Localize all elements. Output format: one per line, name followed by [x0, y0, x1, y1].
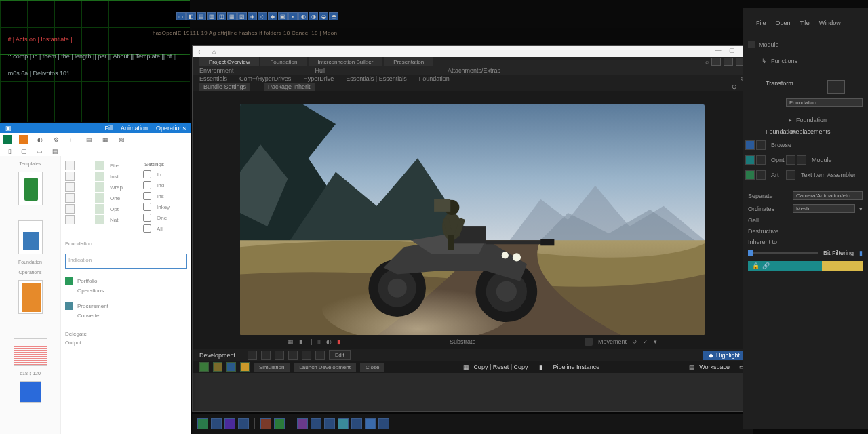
sub2-item[interactable]: Essentials | Essentials: [346, 75, 406, 82]
field-icon[interactable]: [65, 172, 75, 181]
field-icon[interactable]: [95, 215, 104, 224]
tab-presentation[interactable]: Presentation: [384, 57, 433, 66]
tool-icon[interactable]: [248, 351, 257, 360]
sub-icon[interactable]: ▢: [21, 148, 27, 155]
simulation-button[interactable]: Simulation: [254, 363, 290, 372]
vp-save-icon[interactable]: [585, 338, 593, 346]
checkbox[interactable]: [143, 170, 151, 178]
vp-icon[interactable]: ▦: [288, 338, 294, 345]
template-pattern[interactable]: [14, 338, 47, 366]
vp-refresh-icon[interactable]: ↺: [632, 338, 637, 345]
taskbar-icon[interactable]: [365, 418, 376, 429]
field-icon[interactable]: [95, 182, 104, 192]
toolbar-icon[interactable]: ◒: [319, 12, 328, 20]
link-icon[interactable]: 🔗: [762, 262, 770, 269]
tool-icon[interactable]: [302, 351, 311, 360]
toolbar-icon[interactable]: ▦: [227, 12, 237, 20]
insp-item[interactable]: Module: [743, 39, 868, 50]
checkbox[interactable]: [143, 181, 151, 189]
menu-item[interactable]: Window: [819, 20, 841, 26]
tool-icon[interactable]: [288, 351, 298, 360]
toolbar-icon[interactable]: ◈: [248, 12, 257, 20]
taskbar-icon[interactable]: [324, 418, 335, 429]
edit-button[interactable]: Edit: [329, 350, 351, 360]
tool-icon[interactable]: [756, 170, 766, 180]
checkbox[interactable]: [143, 203, 151, 211]
slider[interactable]: [748, 252, 818, 254]
field-icon[interactable]: [65, 204, 75, 214]
menu-item[interactable]: Tile: [800, 20, 810, 26]
vp-icon[interactable]: ▯: [317, 338, 321, 345]
link-label[interactable]: Portfolio: [77, 278, 97, 284]
taskbar-icon[interactable]: [211, 418, 222, 429]
bot-icon[interactable]: [226, 362, 236, 372]
tool-icon[interactable]: [261, 351, 271, 360]
highlight-button[interactable]: ◆Highlight: [703, 351, 745, 360]
sub2-item[interactable]: HyperDrive: [303, 75, 334, 82]
tool-icon[interactable]: [797, 155, 806, 165]
link-icon[interactable]: [65, 302, 73, 310]
panel-icon[interactable]: [724, 58, 733, 66]
vp-icon[interactable]: ▮: [337, 338, 340, 345]
checkbox[interactable]: [143, 224, 151, 233]
menu-icon[interactable]: ▢: [68, 135, 77, 144]
toolbar-icon[interactable]: ▭: [176, 12, 186, 20]
menu-item[interactable]: Open: [776, 20, 791, 26]
field-icon[interactable]: [95, 172, 104, 181]
tool-icon[interactable]: [275, 351, 284, 360]
field-icon[interactable]: [65, 215, 75, 224]
lock-icon[interactable]: 🔒: [752, 262, 760, 269]
taskbar-icon[interactable]: [260, 418, 271, 429]
vp-icon[interactable]: ◐: [326, 338, 332, 345]
menu-icon[interactable]: ▤: [84, 135, 94, 144]
taskbar-icon[interactable]: [311, 418, 321, 429]
toolbar-icon[interactable]: ◐: [298, 12, 308, 20]
toolbar-icon[interactable]: ▧: [237, 12, 247, 20]
menu-icon[interactable]: ⚙: [52, 135, 61, 144]
taskbar-icon[interactable]: [197, 418, 208, 429]
toolbar-icon[interactable]: ▣: [278, 12, 288, 20]
vp-icon[interactable]: |: [311, 338, 312, 345]
menu-item[interactable]: File: [756, 20, 766, 26]
field-icon[interactable]: [65, 193, 75, 203]
taskbar-icon[interactable]: [297, 418, 308, 429]
tool-icon[interactable]: [756, 155, 766, 165]
sub-icon[interactable]: ▭: [37, 148, 43, 155]
tool-icon[interactable]: [745, 140, 755, 150]
prop-input[interactable]: Mesh: [793, 204, 855, 213]
taskbar-icon[interactable]: [238, 418, 249, 429]
toolbar-icon[interactable]: ◑: [309, 12, 318, 20]
tab-foundation[interactable]: Foundation: [260, 57, 307, 66]
bot-icon[interactable]: [199, 362, 209, 372]
pipe-icon[interactable]: ▮: [539, 363, 542, 370]
tool-icon[interactable]: [745, 155, 755, 165]
panel-icon[interactable]: [711, 58, 721, 66]
taskbar-icon[interactable]: [274, 418, 285, 429]
title-item[interactable]: Animation: [121, 125, 148, 132]
field-icon[interactable]: [95, 161, 104, 170]
toolbar-icon[interactable]: ▥: [207, 12, 216, 20]
tool-icon[interactable]: [315, 351, 325, 360]
template-green[interactable]: [18, 172, 43, 205]
toolbar-icon[interactable]: ◫: [217, 12, 226, 20]
vp-check-icon[interactable]: ✓: [643, 338, 648, 345]
checkbox[interactable]: [143, 192, 151, 200]
toolbar-icon[interactable]: ◆: [268, 12, 277, 20]
editor-titlebar[interactable]: ⟵ ⌂ — ▢ ✕: [193, 46, 752, 57]
sub-label[interactable]: Environment: [199, 67, 234, 74]
render-viewport[interactable]: [240, 104, 705, 335]
sub-icon[interactable]: ▯: [8, 148, 12, 155]
sub2-item[interactable]: Essentials: [199, 75, 227, 82]
taskbar-icon[interactable]: [351, 418, 362, 429]
link-label[interactable]: Operations: [77, 288, 187, 294]
minimize-button[interactable]: —: [714, 46, 722, 54]
tool-icon[interactable]: [756, 140, 766, 150]
title-item[interactable]: Fill: [104, 125, 113, 132]
title-item[interactable]: Operations: [156, 125, 186, 132]
tab-overview[interactable]: Project Overview: [199, 57, 259, 66]
sub2-item[interactable]: Com+/HyperDrives: [239, 75, 291, 82]
sub-label[interactable]: Attachments/Extras: [448, 67, 500, 74]
taskbar-icon[interactable]: [378, 418, 389, 429]
copy-icon[interactable]: ▦: [463, 363, 469, 370]
insp-input[interactable]: Foundation: [786, 98, 863, 107]
